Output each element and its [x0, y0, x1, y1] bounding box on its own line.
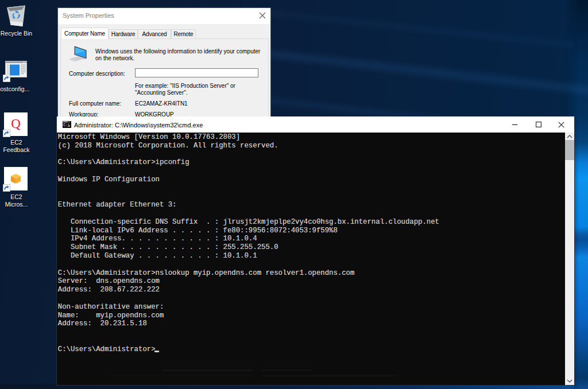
- svg-text:C:\: C:\: [63, 123, 70, 127]
